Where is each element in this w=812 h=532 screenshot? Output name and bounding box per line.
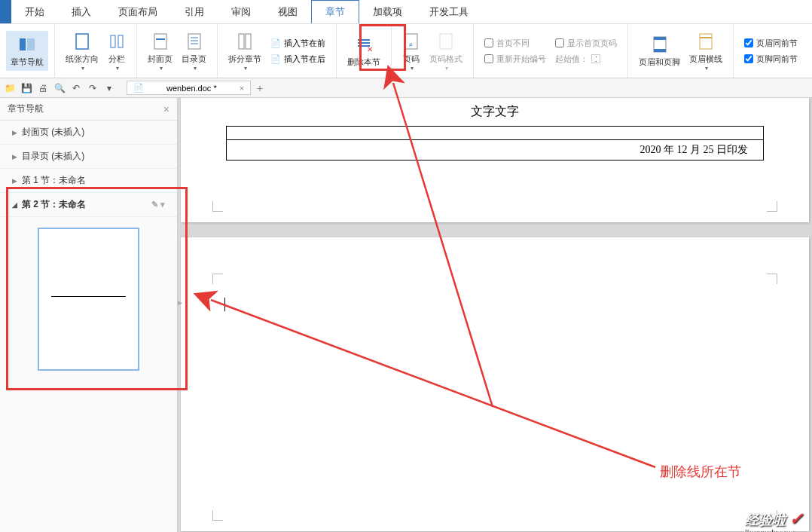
- nav-title: 章节导航: [8, 102, 44, 115]
- cover-icon: [151, 31, 169, 52]
- columns-button[interactable]: 分栏▾: [103, 28, 130, 75]
- start-input[interactable]: [591, 54, 600, 63]
- paper-direction-button[interactable]: 纸张方向▾: [61, 28, 103, 75]
- table-row-date: 2020 年 12 月 25 日印发: [227, 140, 763, 160]
- undo-icon[interactable]: ↶: [69, 81, 83, 95]
- folder-icon[interactable]: 📁: [3, 81, 17, 95]
- first-diff-checkbox[interactable]: 首页不同: [484, 38, 546, 49]
- menu-view[interactable]: 视图: [264, 0, 311, 23]
- page-1: 文字文字 2020 年 12 月 25 日印发: [181, 98, 809, 222]
- nav-header: 章节导航 ×: [0, 98, 177, 121]
- header-same-checkbox[interactable]: 页眉同前节: [744, 38, 798, 49]
- cover-label: 封面页: [148, 54, 172, 65]
- page-header: 文字文字: [181, 98, 809, 120]
- nav-item-label: 封面页 (未插入): [22, 126, 84, 139]
- nav-item-toc[interactable]: ▶ 目录页 (未插入): [0, 145, 177, 169]
- document-tab[interactable]: 📄 wenben.doc * ×: [127, 81, 251, 95]
- header-line-button[interactable]: 页眉横线▾: [685, 28, 727, 75]
- doc-icon: 📄: [133, 83, 144, 93]
- menu-reference[interactable]: 引用: [171, 0, 218, 23]
- check-icon: ✓: [789, 509, 803, 528]
- page-icon: [73, 31, 91, 52]
- ribbon: 章节导航 纸张方向▾ 分栏▾ 封面页▾ 目录页▾ 拆分章节▾ 📄: [0, 24, 812, 78]
- add-tab-button[interactable]: +: [257, 82, 263, 94]
- insert-after-button[interactable]: 📄 插入节在后: [270, 54, 325, 65]
- menu-bar: 开始 插入 页面布局 引用 审阅 视图 章节 加载项 开发工具: [0, 0, 812, 24]
- svg-rect-5: [154, 34, 166, 49]
- svg-text:#: #: [409, 41, 413, 48]
- table-row-empty: [227, 127, 763, 140]
- page-format-button[interactable]: 页码格式▾: [425, 28, 467, 75]
- nav-item-cover[interactable]: ▶ 封面页 (未插入): [0, 121, 177, 145]
- header-line-label: 页眉横线: [689, 54, 722, 65]
- preview-icon[interactable]: 🔍: [53, 81, 66, 95]
- insert-after-icon: 📄: [270, 54, 281, 64]
- insert-before-icon: 📄: [270, 38, 281, 48]
- triangle-right-icon: ▶: [12, 177, 17, 185]
- app-corner: [0, 0, 11, 23]
- pageformat-label: 页码格式: [429, 54, 462, 65]
- menu-review[interactable]: 审阅: [218, 0, 264, 23]
- svg-rect-4: [118, 35, 123, 47]
- insert-before-button[interactable]: 📄 插入节在前: [270, 38, 325, 49]
- watermark-text: 经验啦: [745, 512, 786, 527]
- menu-devtools[interactable]: 开发工具: [416, 0, 482, 23]
- svg-rect-12: [246, 34, 251, 49]
- menu-section[interactable]: 章节: [311, 0, 359, 23]
- insert-before-label: 插入节在前: [284, 38, 325, 49]
- insert-after-label: 插入节在后: [284, 54, 325, 65]
- chevron-down-icon: ▾: [244, 65, 247, 72]
- more-icon[interactable]: ▾: [102, 81, 116, 95]
- svg-rect-22: [654, 49, 666, 52]
- svg-rect-6: [156, 38, 165, 40]
- cover-button[interactable]: 封面页▾: [143, 28, 177, 75]
- svg-rect-19: [440, 34, 452, 49]
- nav-icon: [18, 34, 36, 55]
- svg-rect-3: [111, 35, 115, 47]
- restart-checkbox[interactable]: 重新开始编号: [484, 54, 546, 65]
- close-tab-icon[interactable]: ×: [240, 84, 244, 93]
- toc-icon: [185, 31, 203, 52]
- start-label: 起始值：: [555, 54, 588, 65]
- svg-rect-0: [20, 38, 26, 50]
- header-footer-label: 页眉和页脚: [639, 57, 680, 68]
- columns-label: 分栏: [108, 54, 125, 65]
- split-icon: [236, 31, 254, 52]
- footer-same-checkbox[interactable]: 页脚同前节: [744, 54, 798, 65]
- menu-layout[interactable]: 页面布局: [105, 0, 171, 23]
- doc-name: wenben.doc *: [166, 84, 217, 93]
- save-icon[interactable]: 💾: [20, 81, 33, 95]
- nav-item-label: 目录页 (未插入): [22, 150, 84, 163]
- header-line-icon: [697, 31, 715, 52]
- chevron-down-icon: ▾: [116, 65, 119, 72]
- section-nav-button[interactable]: 章节导航: [6, 31, 48, 71]
- toc-button[interactable]: 目录页▾: [177, 28, 211, 75]
- show-first-checkbox[interactable]: 显示首页页码: [555, 38, 617, 49]
- split-section-button[interactable]: 拆分章节▾: [224, 28, 266, 75]
- pageformat-icon: [437, 31, 455, 52]
- annotation-label: 删除线所在节: [660, 463, 741, 481]
- header-footer-button[interactable]: 页眉和页脚: [634, 31, 685, 71]
- highlight-nav-section2: [6, 187, 188, 390]
- svg-rect-7: [188, 34, 200, 49]
- chevron-down-icon: ▾: [705, 65, 708, 72]
- paper-dir-label: 纸张方向: [66, 54, 99, 65]
- text-cursor: [224, 298, 225, 311]
- nav-close-icon[interactable]: ×: [163, 103, 169, 115]
- columns-icon: [108, 31, 126, 52]
- watermark: 经验啦 ✓ jingyanla.com: [745, 509, 803, 529]
- redo-icon[interactable]: ↷: [86, 81, 99, 95]
- svg-rect-11: [239, 34, 244, 49]
- toc-label: 目录页: [182, 54, 206, 65]
- corner-marker: [767, 274, 777, 284]
- chevron-down-icon: ▾: [160, 65, 163, 72]
- menu-insert[interactable]: 插入: [58, 0, 105, 23]
- menu-start[interactable]: 开始: [11, 0, 58, 23]
- page-table: 2020 年 12 月 25 日印发: [226, 126, 764, 161]
- triangle-right-icon: ▶: [12, 153, 17, 161]
- start-value-field: 起始值：: [555, 54, 617, 65]
- corner-marker: [212, 510, 223, 521]
- nav-label: 章节导航: [11, 57, 44, 68]
- print-icon[interactable]: 🖨: [36, 81, 50, 95]
- menu-addins[interactable]: 加载项: [359, 0, 416, 23]
